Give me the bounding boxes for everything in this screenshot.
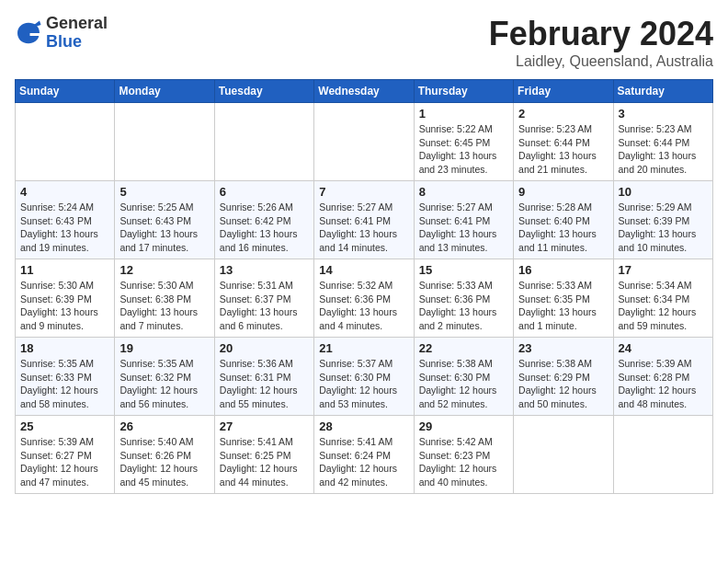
calendar-cell: 22Sunrise: 5:38 AMSunset: 6:30 PMDayligh… xyxy=(414,338,513,416)
title-block: February 2024 Laidley, Queensland, Austr… xyxy=(489,15,713,70)
calendar-cell: 5Sunrise: 5:25 AMSunset: 6:43 PMDaylight… xyxy=(115,181,214,259)
calendar-cell: 19Sunrise: 5:35 AMSunset: 6:32 PMDayligh… xyxy=(115,338,214,416)
cell-day-number: 2 xyxy=(518,107,608,121)
calendar-cell: 27Sunrise: 5:41 AMSunset: 6:25 PMDayligh… xyxy=(214,416,313,494)
cell-day-number: 10 xyxy=(619,185,708,199)
calendar-cell: 20Sunrise: 5:36 AMSunset: 6:31 PMDayligh… xyxy=(214,338,313,416)
cell-day-info: Sunrise: 5:22 AMSunset: 6:45 PMDaylight:… xyxy=(419,122,508,177)
cell-day-info: Sunrise: 5:34 AMSunset: 6:34 PMDaylight:… xyxy=(619,279,708,333)
cell-day-number: 12 xyxy=(119,263,209,277)
calendar-cell: 29Sunrise: 5:42 AMSunset: 6:23 PMDayligh… xyxy=(414,416,513,494)
cell-day-number: 3 xyxy=(619,107,708,121)
cell-day-info: Sunrise: 5:41 AMSunset: 6:24 PMDaylight:… xyxy=(319,435,408,489)
cell-day-number: 17 xyxy=(619,263,708,277)
calendar-cell: 26Sunrise: 5:40 AMSunset: 6:26 PMDayligh… xyxy=(115,416,214,494)
calendar-cell: 18Sunrise: 5:35 AMSunset: 6:33 PMDayligh… xyxy=(16,338,115,416)
cell-day-info: Sunrise: 5:39 AMSunset: 6:28 PMDaylight:… xyxy=(619,357,708,411)
calendar-cell: 21Sunrise: 5:37 AMSunset: 6:30 PMDayligh… xyxy=(314,338,414,416)
calendar-week-4: 18Sunrise: 5:35 AMSunset: 6:33 PMDayligh… xyxy=(16,338,713,416)
calendar-cell xyxy=(613,416,712,494)
cell-day-number: 5 xyxy=(119,185,209,199)
calendar-cell: 24Sunrise: 5:39 AMSunset: 6:28 PMDayligh… xyxy=(613,338,712,416)
calendar-cell: 1Sunrise: 5:22 AMSunset: 6:45 PMDaylight… xyxy=(414,103,513,181)
cell-day-number: 1 xyxy=(419,107,508,121)
day-header-saturday: Saturday xyxy=(613,80,712,103)
cell-day-info: Sunrise: 5:38 AMSunset: 6:30 PMDaylight:… xyxy=(419,357,508,411)
calendar-cell: 17Sunrise: 5:34 AMSunset: 6:34 PMDayligh… xyxy=(613,259,712,338)
calendar-cell xyxy=(115,103,214,181)
cell-day-number: 11 xyxy=(20,263,109,277)
calendar-cell: 14Sunrise: 5:32 AMSunset: 6:36 PMDayligh… xyxy=(314,259,414,338)
logo-icon xyxy=(15,19,42,47)
cell-day-info: Sunrise: 5:23 AMSunset: 6:44 PMDaylight:… xyxy=(518,122,608,177)
cell-day-number: 23 xyxy=(518,341,608,355)
cell-day-info: Sunrise: 5:42 AMSunset: 6:23 PMDaylight:… xyxy=(419,435,508,489)
cell-day-info: Sunrise: 5:32 AMSunset: 6:36 PMDaylight:… xyxy=(319,279,408,333)
calendar-cell: 13Sunrise: 5:31 AMSunset: 6:37 PMDayligh… xyxy=(214,259,313,338)
day-header-friday: Friday xyxy=(514,80,613,103)
calendar-week-5: 25Sunrise: 5:39 AMSunset: 6:27 PMDayligh… xyxy=(16,416,713,494)
calendar-cell: 28Sunrise: 5:41 AMSunset: 6:24 PMDayligh… xyxy=(314,416,414,494)
logo: General Blue xyxy=(15,15,108,52)
cell-day-info: Sunrise: 5:38 AMSunset: 6:29 PMDaylight:… xyxy=(518,357,608,411)
cell-day-number: 29 xyxy=(419,419,508,433)
calendar-cell: 25Sunrise: 5:39 AMSunset: 6:27 PMDayligh… xyxy=(16,416,115,494)
cell-day-number: 18 xyxy=(20,341,109,355)
calendar-cell: 16Sunrise: 5:33 AMSunset: 6:35 PMDayligh… xyxy=(514,259,613,338)
cell-day-info: Sunrise: 5:30 AMSunset: 6:39 PMDaylight:… xyxy=(20,279,109,333)
calendar-cell: 6Sunrise: 5:26 AMSunset: 6:42 PMDaylight… xyxy=(214,181,313,259)
calendar-cell xyxy=(16,103,115,181)
cell-day-number: 22 xyxy=(419,341,508,355)
calendar-cell: 7Sunrise: 5:27 AMSunset: 6:41 PMDaylight… xyxy=(314,181,414,259)
calendar-cell: 9Sunrise: 5:28 AMSunset: 6:40 PMDaylight… xyxy=(514,181,613,259)
cell-day-info: Sunrise: 5:37 AMSunset: 6:30 PMDaylight:… xyxy=(319,357,408,411)
calendar-cell: 12Sunrise: 5:30 AMSunset: 6:38 PMDayligh… xyxy=(115,259,214,338)
cell-day-info: Sunrise: 5:40 AMSunset: 6:26 PMDaylight:… xyxy=(119,435,209,489)
day-header-monday: Monday xyxy=(115,80,214,103)
calendar-cell: 11Sunrise: 5:30 AMSunset: 6:39 PMDayligh… xyxy=(16,259,115,338)
calendar-cell: 8Sunrise: 5:27 AMSunset: 6:41 PMDaylight… xyxy=(414,181,513,259)
cell-day-info: Sunrise: 5:31 AMSunset: 6:37 PMDaylight:… xyxy=(220,279,309,333)
calendar-week-1: 1Sunrise: 5:22 AMSunset: 6:45 PMDaylight… xyxy=(16,103,713,181)
calendar-cell: 4Sunrise: 5:24 AMSunset: 6:43 PMDaylight… xyxy=(16,181,115,259)
calendar-week-2: 4Sunrise: 5:24 AMSunset: 6:43 PMDaylight… xyxy=(16,181,713,259)
calendar-cell xyxy=(314,103,414,181)
cell-day-number: 7 xyxy=(319,185,408,199)
cell-day-number: 26 xyxy=(119,419,209,433)
calendar-cell: 23Sunrise: 5:38 AMSunset: 6:29 PMDayligh… xyxy=(514,338,613,416)
cell-day-info: Sunrise: 5:26 AMSunset: 6:42 PMDaylight:… xyxy=(220,201,309,255)
cell-day-number: 6 xyxy=(220,185,309,199)
calendar-table: SundayMondayTuesdayWednesdayThursdayFrid… xyxy=(15,79,713,494)
logo-text: General Blue xyxy=(46,15,108,52)
cell-day-info: Sunrise: 5:24 AMSunset: 6:43 PMDaylight:… xyxy=(20,201,109,255)
cell-day-number: 9 xyxy=(518,185,608,199)
calendar-cell xyxy=(214,103,313,181)
cell-day-number: 13 xyxy=(220,263,309,277)
cell-day-info: Sunrise: 5:36 AMSunset: 6:31 PMDaylight:… xyxy=(220,357,309,411)
calendar-cell: 3Sunrise: 5:23 AMSunset: 6:44 PMDaylight… xyxy=(613,103,712,181)
day-header-wednesday: Wednesday xyxy=(314,80,414,103)
day-header-sunday: Sunday xyxy=(16,80,115,103)
day-header-thursday: Thursday xyxy=(414,80,513,103)
cell-day-number: 24 xyxy=(619,341,708,355)
cell-day-info: Sunrise: 5:27 AMSunset: 6:41 PMDaylight:… xyxy=(419,201,508,255)
page-header: General Blue February 2024 Laidley, Quee… xyxy=(15,15,713,70)
cell-day-info: Sunrise: 5:33 AMSunset: 6:35 PMDaylight:… xyxy=(518,279,608,333)
cell-day-number: 28 xyxy=(319,419,408,433)
cell-day-info: Sunrise: 5:39 AMSunset: 6:27 PMDaylight:… xyxy=(20,435,109,489)
cell-day-info: Sunrise: 5:35 AMSunset: 6:32 PMDaylight:… xyxy=(119,357,209,411)
cell-day-number: 21 xyxy=(319,341,408,355)
cell-day-number: 15 xyxy=(419,263,508,277)
cell-day-number: 14 xyxy=(319,263,408,277)
cell-day-number: 16 xyxy=(518,263,608,277)
calendar-title: February 2024 xyxy=(489,15,713,53)
cell-day-number: 4 xyxy=(20,185,109,199)
calendar-cell: 15Sunrise: 5:33 AMSunset: 6:36 PMDayligh… xyxy=(414,259,513,338)
day-header-row: SundayMondayTuesdayWednesdayThursdayFrid… xyxy=(16,80,713,103)
calendar-cell: 10Sunrise: 5:29 AMSunset: 6:39 PMDayligh… xyxy=(613,181,712,259)
day-header-tuesday: Tuesday xyxy=(214,80,313,103)
calendar-location: Laidley, Queensland, Australia xyxy=(489,53,713,70)
cell-day-info: Sunrise: 5:30 AMSunset: 6:38 PMDaylight:… xyxy=(119,279,209,333)
cell-day-number: 27 xyxy=(220,419,309,433)
calendar-cell: 2Sunrise: 5:23 AMSunset: 6:44 PMDaylight… xyxy=(514,103,613,181)
